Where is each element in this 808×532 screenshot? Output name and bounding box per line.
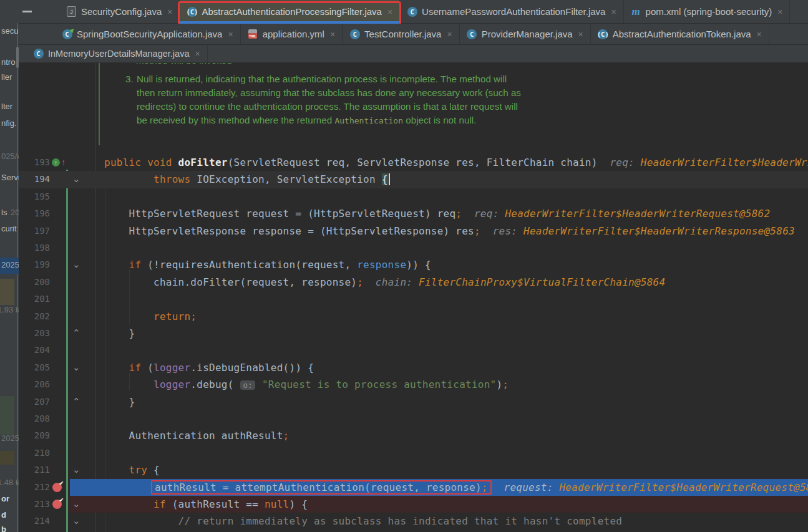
panel-text-fragment: 2025/ [1,433,19,443]
tab-usernamepasswordauthenticationfilter-java[interactable]: CUsernamePasswordAuthenticationFilter.ja… [400,0,624,23]
line-number[interactable]: 194 [19,171,50,188]
line-number[interactable]: 201 [19,291,50,307]
ide-window: method will be invoked JSecurityConfig.j… [0,0,808,532]
tab-close-icon[interactable]: × [757,29,762,39]
code-line-202[interactable]: 202 return; [19,308,808,325]
fold-down-icon[interactable]: ⌄ [72,171,80,188]
fold-up-icon[interactable]: ⌃ [72,394,80,410]
code-line-207[interactable]: 207⌃ } [19,394,808,410]
tab-close-icon[interactable]: × [578,29,583,39]
spring-run-icon: C▶ [62,29,72,39]
tab-abstractauthenticationtoken-java[interactable]: (C)AbstractAuthenticationToken.java× [591,24,769,44]
tab-close-icon[interactable]: × [195,49,200,59]
line-number[interactable]: 208 [19,410,50,427]
line-number[interactable]: 193 [19,154,50,171]
line-number[interactable]: 212 [19,479,50,496]
code-line-204[interactable]: 204 [19,342,808,359]
code-line-209[interactable]: 209 Authentication authResult; [19,427,808,444]
code-line-203[interactable]: 203⌃ } [19,325,808,342]
tab-close-icon[interactable]: × [330,29,335,39]
code-line-196[interactable]: 196 HttpServletRequest request = (HttpSe… [19,205,808,222]
line-number[interactable]: 198 [19,239,50,256]
line-number[interactable]: 211 [19,462,50,478]
line-number[interactable]: 207 [19,394,50,410]
code-editor[interactable]: 3.Null is returned, indicating that the … [19,62,808,532]
code-line-200[interactable]: 200 chain.doFilter(request, response); c… [19,274,808,291]
breakpoint-icon[interactable] [52,500,62,509]
line-number[interactable]: 204 [19,342,50,359]
class-icon: C [33,49,44,59]
tab-providermanager-java[interactable]: CProviderManager.java× [460,24,591,44]
code-line-194[interactable]: 194⌄ throws IOException, ServletExceptio… [19,171,808,188]
line-number[interactable]: 210 [19,445,50,462]
fold-up-icon[interactable]: ⌃ [72,325,80,342]
code-line-210[interactable]: 210 [19,445,808,462]
scrollbar-thumb[interactable] [16,47,19,68]
fold-down-icon[interactable]: ⌄ [72,462,80,478]
panel-text-fragment: d [1,510,6,520]
line-number[interactable]: 199 [19,256,50,273]
doc-comment-line: Null is returned, indicating that the au… [137,74,507,84]
tab-label: application.yml [263,29,324,39]
tab-bar-row-3: CInMemoryUserDetailsManager.java× [0,45,808,63]
line-number[interactable]: 209 [19,427,50,444]
line-number[interactable]: 195 [19,188,50,205]
line-number[interactable]: 202 [19,308,50,325]
tab-label: SpringBootSecurityApplication.java [77,29,222,39]
fold-down-icon[interactable]: ⌄ [72,496,80,513]
code-text: if (!requiresAuthentication(request, res… [104,256,808,273]
override-gutter-icon[interactable]: ↑ [52,158,60,167]
line-number[interactable]: 213 [19,496,50,513]
panel-splitter[interactable] [17,23,18,532]
tab-inmemoryuserdetailsmanager-java[interactable]: CInMemoryUserDetailsManager.java× [26,45,208,62]
code-line-213[interactable]: 213⌄ if (authResult == null) { [19,496,808,513]
code-line-214[interactable]: 214⌄ // return immediately as subclass h… [19,513,808,530]
tab-close-icon[interactable]: × [167,7,172,17]
line-number[interactable]: 200 [19,274,50,291]
code-line-198[interactable]: 198 [19,239,808,256]
code-line-212[interactable]: 212 authResult = attemptAuthentication(r… [19,479,808,496]
code-line-206[interactable]: 206 logger.debug( o: "Request is to proc… [19,376,808,393]
code-text: chain.doFilter(request, response); chain… [104,274,808,291]
code-line-211[interactable]: 211⌄ try { [19,462,808,478]
tab-close-icon[interactable]: × [387,7,392,17]
code-text: } [104,394,808,410]
tab-close-icon[interactable]: × [447,29,452,39]
line-number[interactable]: 196 [19,205,50,222]
tab-close-icon[interactable]: × [228,29,233,39]
line-number[interactable]: 206 [19,376,50,393]
code-line-208[interactable]: 208 [19,410,808,427]
java-file-icon: J [66,6,77,17]
code-line-201[interactable]: 201 [19,291,808,307]
tab-securityconfig-java[interactable]: JSecurityConfig.java× [59,0,180,23]
code-line-199[interactable]: 199⌄ if (!requiresAuthentication(request… [19,256,808,273]
code-line-197[interactable]: 197 HttpServletResponse response = (Http… [19,223,808,239]
doc-comment-line: redirects) to continue the authenticatio… [137,101,518,112]
code-line-205[interactable]: 205⌄ if (logger.isDebugEnabled()) { [19,359,808,376]
code-line-195[interactable]: 195 [19,188,808,205]
tab-pom-xml-spring-boot-security[interactable]: mpom.xml (spring-boot-security)× [624,0,791,23]
tab-abstractauthenticationprocessingfilter-java[interactable]: (C)AbstractAuthenticationProcessingFilte… [180,0,400,23]
tab-close-icon[interactable]: × [777,7,782,17]
tab-bar-row-1: JSecurityConfig.java×(C)AbstractAuthenti… [0,0,808,24]
minimize-dash-icon[interactable] [22,11,32,12]
panel-text-fragment: 2025/ [1,260,19,269]
panel-text-fragment: ls [1,208,7,217]
fold-down-icon[interactable]: ⌄ [72,513,80,530]
fold-down-icon[interactable]: ⌄ [72,359,80,376]
line-number[interactable]: 197 [19,223,50,239]
code-line-193[interactable]: 193↑↑public void doFilter(ServletRequest… [19,154,808,171]
fold-down-icon[interactable]: ⌄ [72,256,80,273]
tab-close-icon[interactable]: × [611,7,616,17]
line-number[interactable]: 205 [19,359,50,376]
line-number[interactable]: 203 [19,325,50,342]
tab-label: pom.xml (spring-boot-security) [646,6,772,17]
abstract-class-icon: (C) [598,29,608,39]
line-number[interactable]: 214 [19,513,50,530]
tab-application-yml[interactable]: YMLapplication.yml× [241,24,343,44]
tab-springbootsecurityapplication-java[interactable]: C▶SpringBootSecurityApplication.java× [55,24,241,44]
breakpoint-icon[interactable] [52,483,62,492]
tab-testcontroller-java[interactable]: CTestController.java× [343,24,460,44]
code-text: try { [104,462,808,478]
abstract-class-icon: (C) [187,6,197,17]
